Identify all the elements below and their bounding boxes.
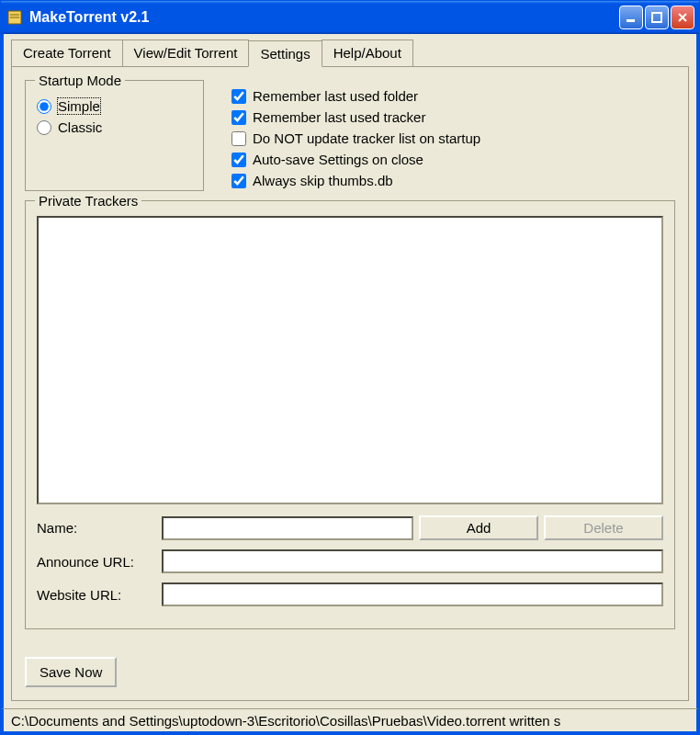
radio-simple-label: Simple bbox=[58, 98, 100, 114]
radio-classic[interactable] bbox=[37, 120, 51, 135]
app-icon bbox=[6, 8, 24, 27]
check-remember-folder-label: Remember last used folder bbox=[253, 88, 418, 104]
titlebar[interactable]: MakeTorrent v2.1 bbox=[1, 1, 699, 34]
save-now-button[interactable]: Save Now bbox=[25, 657, 117, 687]
check-remember-tracker-label: Remember last used tracker bbox=[253, 109, 425, 125]
radio-simple-row[interactable]: Simple bbox=[37, 96, 192, 117]
check-remember-folder[interactable] bbox=[231, 89, 246, 104]
check-no-update-tracker-row[interactable]: Do NOT update tracker list on startup bbox=[231, 128, 480, 149]
check-no-update-tracker-label: Do NOT update tracker list on startup bbox=[253, 130, 480, 146]
name-label: Name: bbox=[37, 520, 156, 536]
announce-label: Announce URL: bbox=[37, 554, 156, 570]
svg-rect-4 bbox=[652, 13, 661, 22]
radio-simple[interactable] bbox=[37, 99, 51, 114]
add-button[interactable]: Add bbox=[419, 515, 538, 540]
startup-mode-group: Startup Mode Simple Classic bbox=[25, 80, 204, 191]
delete-button[interactable]: Delete bbox=[544, 515, 663, 540]
check-autosave-row[interactable]: Auto-save Settings on close bbox=[231, 149, 480, 170]
tab-help-about[interactable]: Help/About bbox=[322, 40, 413, 66]
check-skip-thumbs-label: Always skip thumbs.db bbox=[253, 173, 393, 188]
announce-url-input[interactable] bbox=[162, 549, 663, 573]
app-window: MakeTorrent v2.1 Create Torrent View/Edi… bbox=[0, 0, 700, 735]
trackers-listbox[interactable] bbox=[37, 216, 663, 504]
name-input[interactable] bbox=[162, 516, 413, 540]
tabstrip: Create Torrent View/Edit Torrent Setting… bbox=[4, 34, 696, 66]
client-area: Create Torrent View/Edit Torrent Setting… bbox=[1, 34, 699, 708]
tab-create-torrent[interactable]: Create Torrent bbox=[11, 40, 123, 66]
check-skip-thumbs[interactable] bbox=[231, 174, 246, 188]
statusbar: C:\Documents and Settings\uptodown-3\Esc… bbox=[1, 708, 699, 734]
check-no-update-tracker[interactable] bbox=[231, 131, 246, 146]
window-controls bbox=[619, 6, 694, 29]
settings-checkboxes: Remember last used folder Remember last … bbox=[231, 80, 480, 191]
check-remember-folder-row[interactable]: Remember last used folder bbox=[231, 85, 480, 107]
minimize-button[interactable] bbox=[619, 6, 643, 29]
tab-settings[interactable]: Settings bbox=[248, 40, 322, 67]
check-autosave-label: Auto-save Settings on close bbox=[253, 152, 423, 167]
website-label: Website URL: bbox=[37, 587, 156, 603]
radio-classic-label: Classic bbox=[58, 119, 102, 135]
check-remember-tracker[interactable] bbox=[231, 110, 246, 125]
check-skip-thumbs-row[interactable]: Always skip thumbs.db bbox=[231, 170, 480, 191]
private-trackers-title: Private Trackers bbox=[35, 193, 141, 209]
check-remember-tracker-row[interactable]: Remember last used tracker bbox=[231, 107, 480, 128]
window-title: MakeTorrent v2.1 bbox=[29, 9, 619, 26]
private-trackers-group: Private Trackers Name: Add Delete Announ… bbox=[25, 200, 675, 629]
maximize-button[interactable] bbox=[645, 6, 669, 29]
svg-rect-3 bbox=[627, 19, 635, 22]
check-autosave[interactable] bbox=[231, 153, 246, 167]
tab-view-edit-torrent[interactable]: View/Edit Torrent bbox=[122, 40, 250, 66]
radio-classic-row[interactable]: Classic bbox=[37, 117, 192, 138]
close-button[interactable] bbox=[671, 6, 694, 29]
startup-mode-title: Startup Mode bbox=[35, 73, 125, 88]
settings-panel: Startup Mode Simple Classic Remember las… bbox=[11, 66, 689, 701]
website-url-input[interactable] bbox=[162, 582, 663, 606]
